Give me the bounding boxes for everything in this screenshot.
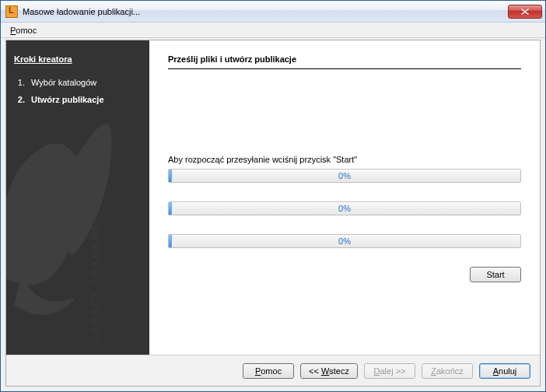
titlebar: Masowe ładowanie publikacji... (1, 1, 545, 23)
progress-percent: 0% (169, 235, 520, 247)
menubar: Pomoc (1, 23, 545, 38)
wizard-main: Prześlij pliki i utwórz publikacje Aby r… (149, 40, 540, 355)
wizard-footer: Pomoc << Wstecz Dalej >> Zakończ Anuluj (6, 355, 540, 386)
close-icon (521, 9, 529, 15)
progress-percent: 0% (169, 202, 520, 215)
menu-help[interactable]: Pomoc (5, 24, 41, 37)
finish-button: Zakończ (422, 363, 473, 379)
step-number: 1. (14, 78, 25, 87)
progress-bar-3: 0% (168, 234, 521, 248)
sidebar-inner: Kroki kreatora 1. Wybór katalogów 2. Utw… (6, 40, 149, 126)
cancel-button[interactable]: Anuluj (479, 363, 530, 379)
step-label: Wybór katalogów (31, 78, 96, 87)
app-icon (5, 5, 18, 18)
window-title: Masowe ładowanie publikacji... (23, 7, 508, 16)
step-number: 2. (14, 95, 25, 104)
instruction-text: Aby rozpocząć przesyłanie wciśnij przyci… (168, 155, 521, 164)
close-button[interactable] (508, 5, 542, 19)
wizard-sidebar: DIGITAL LIBRARY FRAMEWORK Kroki kreatora… (6, 40, 149, 355)
back-button[interactable]: << Wstecz (300, 363, 358, 379)
progress-bar-2: 0% (168, 201, 521, 215)
progress-percent: 0% (169, 170, 520, 182)
help-button[interactable]: Pomoc (243, 363, 294, 379)
start-row: Start (168, 267, 521, 282)
wizard-window: Masowe ładowanie publikacji... Pomoc DIG… (0, 0, 546, 392)
step-label: Utwórz publikacje (31, 95, 104, 104)
next-button: Dalej >> (364, 363, 415, 379)
wizard-step-1: 1. Wybór katalogów (14, 78, 142, 87)
client-area: DIGITAL LIBRARY FRAMEWORK Kroki kreatora… (5, 40, 541, 387)
sidebar-title: Kroki kreatora (14, 54, 142, 64)
wizard-step-2: 2. Utwórz publikacje (14, 95, 142, 104)
progress-bar-1: 0% (168, 169, 521, 183)
start-button[interactable]: Start (470, 267, 521, 282)
content: DIGITAL LIBRARY FRAMEWORK Kroki kreatora… (6, 40, 540, 355)
page-title: Prześlij pliki i utwórz publikacje (168, 54, 521, 69)
